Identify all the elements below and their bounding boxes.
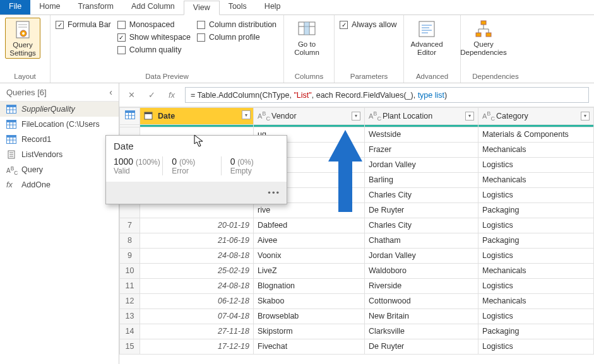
column-filter-category[interactable]: ▾	[581, 112, 590, 120]
query-item[interactable]: ListVendors	[0, 147, 119, 162]
cell-plant[interactable]: Cottonwood	[365, 293, 478, 308]
table-row[interactable]: 1307-04-18BrowseblabNew BritainLogistics	[120, 308, 594, 324]
cell-plant[interactable]: New Britain	[365, 308, 478, 324]
query-item[interactable]: SupplierQuality	[0, 102, 119, 117]
column-header-category[interactable]: ABCCategory▾	[478, 108, 594, 125]
column-filter-vendor[interactable]: ▾	[352, 112, 360, 120]
check-show-whitespace[interactable]: ✓Show whitespace	[117, 33, 191, 42]
menu-transform[interactable]: Transform	[69, 0, 123, 15]
cell-date[interactable]: 27-11-18	[140, 324, 254, 339]
tooltip-more-button[interactable]: •••	[106, 182, 287, 204]
column-filter-plant[interactable]: ▾	[465, 112, 474, 120]
cell-vendor[interactable]: Dabfeed	[254, 218, 365, 233]
row-number[interactable]: 10	[120, 263, 140, 278]
table-row[interactable]: 1517-12-19FivechatDe RuyterLogistics	[120, 339, 594, 354]
cell-category[interactable]: Packaging	[478, 233, 594, 248]
cell-vendor[interactable]: Voonix	[254, 248, 365, 263]
query-settings-button[interactable]: Query Settings	[5, 18, 40, 59]
table-row[interactable]: 1206-12-18SkabooCottonwoodMechanicals	[120, 293, 594, 308]
query-item[interactable]: ABCQuery	[0, 162, 119, 177]
menu-help[interactable]: Help	[256, 0, 290, 15]
cell-category[interactable]: Logistics	[478, 187, 594, 203]
row-number[interactable]: 12	[120, 293, 140, 308]
menu-add-column[interactable]: Add Column	[122, 0, 184, 15]
row-number[interactable]	[120, 203, 140, 218]
row-number[interactable]: 13	[120, 308, 140, 324]
query-item[interactable]: fxAddOne	[0, 177, 119, 192]
row-number[interactable]: 9	[120, 248, 140, 263]
table-row[interactable]: 1025-02-19LiveZWaldoboroMechanicals	[120, 263, 594, 278]
cell-category[interactable]: Logistics	[478, 248, 594, 263]
formula-cancel-button[interactable]: ✕	[124, 88, 138, 102]
cell-plant[interactable]: De Ruyter	[365, 203, 478, 218]
column-header-plant[interactable]: ABCPlant Location▾	[365, 108, 478, 125]
check-monospaced[interactable]: Monospaced	[117, 20, 191, 29]
cell-vendor[interactable]: Browseblab	[254, 308, 365, 324]
menu-view[interactable]: View	[184, 1, 220, 15]
cell-date[interactable]: 24-08-18	[140, 278, 254, 293]
cell-date[interactable]: 25-02-19	[140, 263, 254, 278]
cell-category[interactable]: Logistics	[478, 278, 594, 293]
row-number[interactable]: 15	[120, 339, 140, 354]
cell-category[interactable]: Materials & Components	[478, 127, 594, 142]
cell-vendor[interactable]: Skaboo	[254, 293, 365, 308]
check-column-profile[interactable]: Column profile	[197, 33, 276, 42]
cell-category[interactable]: Logistics	[478, 157, 594, 172]
check-formula-bar[interactable]: ✓Formula Bar	[56, 20, 111, 29]
table-row[interactable]: 821-06-19AiveeChathamPackaging	[120, 233, 594, 248]
cell-plant[interactable]: Waldoboro	[365, 263, 478, 278]
table-row[interactable]: 924-08-18VoonixJordan ValleyLogistics	[120, 248, 594, 263]
cell-category[interactable]: Logistics	[478, 339, 594, 354]
column-header-vendor[interactable]: ABCVendor▾	[254, 108, 365, 125]
cell-category[interactable]: Mechanicals	[478, 293, 594, 308]
cell-plant[interactable]: De Ruyter	[365, 339, 478, 354]
formula-input[interactable]: = Table.AddColumn(ChType, "List", each R…	[185, 87, 589, 103]
cell-plant[interactable]: Jordan Valley	[365, 157, 478, 172]
check-column-quality[interactable]: Column quality	[117, 45, 191, 54]
cell-plant[interactable]: Barling	[365, 172, 478, 187]
formula-commit-button[interactable]: ✓	[145, 88, 158, 102]
cell-date[interactable]: 17-12-19	[140, 339, 254, 354]
cell-plant[interactable]: Riverside	[365, 278, 478, 293]
cell-plant[interactable]: Charles City	[365, 218, 478, 233]
table-row[interactable]: 1124-08-18BlognationRiversideLogistics	[120, 278, 594, 293]
menu-home[interactable]: Home	[30, 0, 69, 15]
cell-category[interactable]: Mechanicals	[478, 142, 594, 157]
cell-plant[interactable]: Frazer	[365, 142, 478, 157]
query-dependencies-button[interactable]: Query Dependencies	[466, 18, 501, 57]
check-always-allow[interactable]: ✓Always allow	[340, 20, 397, 29]
column-filter-date[interactable]: ▾	[242, 110, 251, 119]
collapse-pane-button[interactable]: ‹	[109, 87, 112, 97]
menu-file[interactable]: File	[0, 0, 30, 15]
row-number[interactable]: 14	[120, 324, 140, 339]
cell-vendor[interactable]: Fivechat	[254, 339, 365, 354]
query-item[interactable]: Record1	[0, 132, 119, 147]
menu-tools[interactable]: Tools	[220, 0, 256, 15]
goto-column-button[interactable]: Go to Column	[289, 18, 324, 57]
cell-plant[interactable]: Chatham	[365, 233, 478, 248]
select-all-corner[interactable]	[120, 108, 140, 125]
cell-category[interactable]: Mechanicals	[478, 172, 594, 187]
cell-vendor[interactable]: Skipstorm	[254, 324, 365, 339]
cell-category[interactable]: Logistics	[478, 218, 594, 233]
cell-plant[interactable]: Charles City	[365, 187, 478, 203]
cell-plant[interactable]: Clarksville	[365, 324, 478, 339]
cell-category[interactable]: Packaging	[478, 203, 594, 218]
table-row[interactable]: 1427-11-18SkipstormClarksvillePackaging	[120, 324, 594, 339]
advanced-editor-button[interactable]: Advanced Editor	[409, 18, 444, 57]
cell-date[interactable]: 21-06-19	[140, 233, 254, 248]
cell-category[interactable]: Logistics	[478, 308, 594, 324]
cell-plant[interactable]: Jordan Valley	[365, 248, 478, 263]
cell-date[interactable]: 07-04-18	[140, 308, 254, 324]
cell-date[interactable]	[140, 203, 254, 218]
cell-category[interactable]: Mechanicals	[478, 263, 594, 278]
cell-plant[interactable]: Westside	[365, 127, 478, 142]
row-number[interactable]: 11	[120, 278, 140, 293]
cell-category[interactable]: Packaging	[478, 324, 594, 339]
table-row[interactable]: 720-01-19DabfeedCharles CityLogistics	[120, 218, 594, 233]
cell-vendor[interactable]: Aivee	[254, 233, 365, 248]
column-header-date[interactable]: Date ▾	[140, 108, 254, 125]
cell-vendor[interactable]: LiveZ	[254, 263, 365, 278]
cell-date[interactable]: 24-08-18	[140, 248, 254, 263]
cell-date[interactable]: 20-01-19	[140, 218, 254, 233]
